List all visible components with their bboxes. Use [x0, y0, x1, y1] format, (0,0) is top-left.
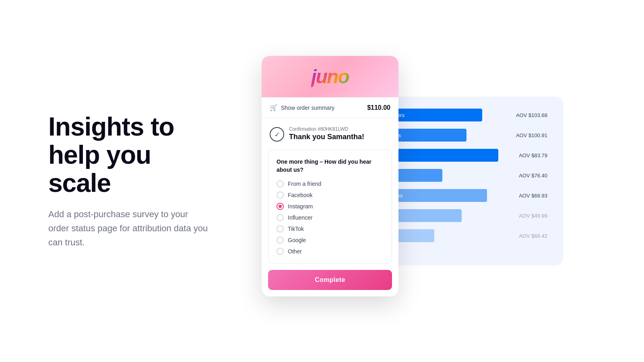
right-section: gram: 2,874 customersAOV $103.68ook: 2,2…: [242, 0, 644, 362]
order-summary-left: 🛒 Show order summary: [270, 104, 334, 111]
survey-options: From a friendFacebookInstagramInfluencer…: [277, 180, 384, 255]
confirmation-number: Confirmation #80HK81LWD: [289, 126, 364, 132]
subheadline: Add a post-purchase survey to your order…: [48, 207, 209, 250]
option-label: TikTok: [288, 226, 304, 232]
survey-option[interactable]: Influencer: [277, 214, 384, 221]
check-mark-icon: ✓: [275, 130, 280, 138]
chart-aov: AOV $68.93: [511, 193, 547, 199]
survey-option[interactable]: From a friend: [277, 180, 384, 187]
radio-inner: [279, 205, 282, 208]
survey-option[interactable]: Other: [277, 248, 384, 255]
radio-button[interactable]: [277, 203, 284, 210]
survey-section: One more thing – How did you hear about …: [268, 150, 392, 263]
option-label: Google: [288, 237, 306, 243]
chart-aov: AOV $100.91: [511, 132, 547, 138]
order-card: juno 🛒 Show order summary $110.00 ✓ Conf…: [262, 56, 398, 296]
thank-you: Thank you Samantha!: [289, 133, 364, 141]
radio-button[interactable]: [277, 191, 284, 199]
radio-button[interactable]: [277, 248, 284, 255]
chart-aov: AOV $49.99: [511, 213, 547, 219]
chart-aov: AOV $83.79: [511, 152, 547, 158]
cart-icon: 🛒: [270, 104, 278, 111]
option-label: Instagram: [288, 203, 313, 210]
option-label: Other: [288, 248, 302, 255]
option-label: Facebook: [288, 192, 312, 198]
order-summary-label: Show order summary: [281, 104, 334, 111]
check-circle: ✓: [270, 127, 284, 142]
chart-aov: AOV $68.42: [511, 233, 547, 239]
radio-button[interactable]: [277, 237, 284, 244]
confirmation-text: Confirmation #80HK81LWD Thank you Samant…: [289, 126, 364, 141]
headline: Insights to help you scale: [48, 113, 209, 197]
survey-option[interactable]: Instagram: [277, 203, 384, 210]
chart-aov: AOV $103.68: [511, 112, 547, 118]
survey-option[interactable]: Facebook: [277, 191, 384, 199]
left-section: Insights to help you scale Add a post-pu…: [0, 80, 242, 282]
survey-question: One more thing – How did you hear about …: [277, 158, 384, 174]
card-header: juno: [262, 56, 398, 97]
radio-button[interactable]: [277, 180, 284, 187]
survey-option[interactable]: TikTok: [277, 225, 384, 232]
order-amount: $110.00: [367, 104, 390, 111]
survey-option[interactable]: Google: [277, 237, 384, 244]
chart-aov: AOV $76.40: [511, 173, 547, 179]
confirmation-section: ✓ Confirmation #80HK81LWD Thank you Sama…: [262, 118, 398, 146]
option-label: From a friend: [288, 181, 321, 187]
page-container: Insights to help you scale Add a post-pu…: [0, 0, 644, 362]
radio-button[interactable]: [277, 214, 284, 221]
complete-button[interactable]: Complete: [268, 270, 392, 290]
order-summary-row[interactable]: 🛒 Show order summary $110.00: [262, 97, 398, 118]
logo: juno: [311, 66, 349, 88]
option-label: Influencer: [288, 214, 312, 221]
radio-button[interactable]: [277, 225, 284, 232]
